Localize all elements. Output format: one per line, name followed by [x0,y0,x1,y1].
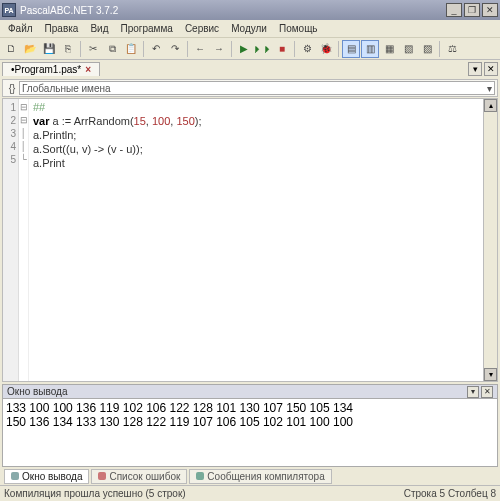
chevron-down-icon: ▾ [487,83,492,94]
bottom-tab-bar: Окно вывода Список ошибок Сообщения комп… [0,467,500,485]
window-title: PascalABC.NET 3.7.2 [20,5,446,16]
settings-icon[interactable]: ⚖ [443,40,461,58]
output-line: 150 136 134 133 130 128 122 119 107 106 … [6,415,494,429]
menu-edit[interactable]: Правка [39,21,85,36]
menu-service[interactable]: Сервис [179,21,225,36]
app-icon: PA [2,3,16,17]
output-pin-button[interactable]: ▾ [467,386,479,398]
close-button[interactable]: ✕ [482,3,498,17]
fold-marker[interactable]: ⊟ [19,101,28,114]
scroll-up-icon[interactable]: ▴ [484,99,497,112]
tab-icon [98,472,106,480]
status-bar: Компиляция прошла успешно (5 строк) Стро… [0,485,500,501]
save-all-icon[interactable]: ⎘ [59,40,77,58]
line-gutter: 12345 [3,99,19,381]
undo-icon[interactable]: ↶ [147,40,165,58]
status-cursor-pos: Строка 5 Столбец 8 [404,488,496,499]
fold-column[interactable]: ⊟ ⊟ ││└ [19,99,29,381]
fold-marker[interactable]: ⊟ [19,114,28,127]
output-close-button[interactable]: ✕ [481,386,493,398]
menu-program[interactable]: Программа [114,21,178,36]
window-titlebar: PA PascalABC.NET 3.7.2 _ ❐ ✕ [0,0,500,20]
toolbar: 🗋 📂 💾 ⎘ ✂ ⧉ 📋 ↶ ↷ ← → ▶ ⏵⏵ ■ ⚙ 🐞 ▤ ▥ ▦ ▧… [0,38,500,60]
panel-icon-4[interactable]: ▧ [399,40,417,58]
output-title: Окно вывода [7,386,67,397]
menu-view[interactable]: Вид [84,21,114,36]
copy-icon[interactable]: ⧉ [103,40,121,58]
tab-dropdown-button[interactable]: ▾ [468,62,482,76]
panel-icon-5[interactable]: ▨ [418,40,436,58]
panel-icon-2[interactable]: ▥ [361,40,379,58]
menu-bar: Файл Правка Вид Программа Сервис Модули … [0,20,500,38]
compile-icon[interactable]: ⚙ [298,40,316,58]
output-panel-header: Окно вывода ▾ ✕ [2,384,498,399]
bottom-tab-compiler[interactable]: Сообщения компилятора [189,469,331,484]
cut-icon[interactable]: ✂ [84,40,102,58]
back-icon[interactable]: ← [191,40,209,58]
stop-icon[interactable]: ■ [273,40,291,58]
scope-icon: {} [5,81,19,95]
code-editor[interactable]: 12345 ⊟ ⊟ ││└ ## var a := ArrRandom(15, … [2,98,498,382]
minimize-button[interactable]: _ [446,3,462,17]
vertical-scrollbar[interactable]: ▴ ▾ [483,99,497,381]
menu-help[interactable]: Помощь [273,21,324,36]
document-tabs: •Program1.pas* × ▾ ✕ [0,60,500,78]
status-message: Компиляция прошла успешно (5 строк) [4,488,186,499]
bottom-tab-output[interactable]: Окно вывода [4,469,89,484]
panel-icon-1[interactable]: ▤ [342,40,360,58]
debug-icon[interactable]: 🐞 [317,40,335,58]
run-fast-icon[interactable]: ⏵⏵ [254,40,272,58]
new-file-icon[interactable]: 🗋 [2,40,20,58]
output-line: 133 100 100 136 119 102 106 122 128 101 … [6,401,494,415]
tab-icon [196,472,204,480]
scope-label: Глобальные имена [22,83,111,94]
scope-combo[interactable]: Глобальные имена ▾ [19,81,495,95]
run-icon[interactable]: ▶ [235,40,253,58]
save-icon[interactable]: 💾 [40,40,58,58]
maximize-button[interactable]: ❐ [464,3,480,17]
scroll-down-icon[interactable]: ▾ [484,368,497,381]
output-panel[interactable]: 133 100 100 136 119 102 106 122 128 101 … [2,399,498,467]
scope-bar: {} Глобальные имена ▾ [2,79,498,97]
document-tab[interactable]: •Program1.pas* × [2,62,100,76]
paste-icon[interactable]: 📋 [122,40,140,58]
bottom-tab-errors[interactable]: Список ошибок [91,469,187,484]
document-tab-label: •Program1.pas* [11,64,81,75]
code-area[interactable]: ## var a := ArrRandom(15, 100, 150); a.P… [29,99,483,381]
redo-icon[interactable]: ↷ [166,40,184,58]
forward-icon[interactable]: → [210,40,228,58]
menu-modules[interactable]: Модули [225,21,273,36]
tab-icon [11,472,19,480]
panel-icon-3[interactable]: ▦ [380,40,398,58]
tab-close-icon[interactable]: × [85,64,91,75]
open-file-icon[interactable]: 📂 [21,40,39,58]
tab-close-all-button[interactable]: ✕ [484,62,498,76]
menu-file[interactable]: Файл [2,21,39,36]
